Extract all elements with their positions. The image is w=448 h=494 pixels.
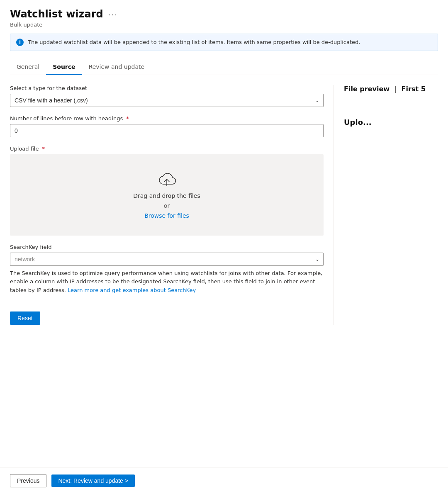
searchkey-field-group: SearchKey field network ⌄ The SearchKey …: [10, 244, 324, 295]
form-panel: Select a type for the dataset CSV file w…: [10, 85, 334, 325]
next-button[interactable]: Next: Review and update >: [51, 475, 135, 487]
info-banner-text: The updated watchlist data will be appen…: [28, 38, 360, 46]
cloud-upload-icon: [157, 171, 177, 187]
tab-source[interactable]: Source: [46, 59, 82, 75]
dataset-type-label: Select a type for the dataset: [10, 85, 324, 91]
previous-button[interactable]: Previous: [10, 474, 46, 487]
tab-general[interactable]: General: [10, 59, 46, 75]
drag-drop-text: Drag and drop the files: [133, 192, 200, 199]
info-icon: i: [16, 39, 24, 46]
content-area: Select a type for the dataset CSV file w…: [10, 85, 438, 325]
reset-button[interactable]: Reset: [10, 311, 40, 325]
tabs-row: General Source Review and update: [10, 59, 438, 75]
page-subtitle: Bulk update: [10, 22, 438, 28]
lines-before-heading-label: Number of lines before row with headings…: [10, 115, 324, 122]
learn-more-link[interactable]: Learn more and get examples about Search…: [68, 287, 196, 293]
searchkey-description: The SearchKey is used to optimize query …: [10, 269, 324, 295]
dataset-type-select[interactable]: CSV file with a header (.csv)CSV file wi…: [10, 94, 324, 107]
upload-file-label: Upload file *: [10, 146, 324, 152]
preview-panel: File preview | First 5 Uplo...: [334, 85, 438, 325]
upload-required-marker: *: [40, 146, 45, 152]
or-text: or: [164, 202, 170, 209]
more-options-icon[interactable]: ···: [108, 10, 118, 19]
searchkey-label: SearchKey field: [10, 244, 324, 250]
upload-panel-text: Uplo...: [344, 118, 438, 127]
bottom-nav: Previous Next: Review and update >: [0, 467, 448, 494]
page-title: Watchlist wizard: [10, 8, 103, 20]
preview-title: File preview | First 5: [344, 85, 438, 93]
dataset-type-select-wrapper: CSV file with a header (.csv)CSV file wi…: [10, 94, 324, 107]
info-banner: i The updated watchlist data will be app…: [10, 34, 438, 51]
required-marker: *: [124, 115, 129, 122]
searchkey-select[interactable]: network: [10, 253, 324, 266]
lines-before-heading-input[interactable]: [10, 124, 324, 137]
browse-files-link[interactable]: Browse for files: [144, 212, 189, 219]
lines-before-heading-group: Number of lines before row with headings…: [10, 115, 324, 137]
dataset-type-group: Select a type for the dataset CSV file w…: [10, 85, 324, 107]
tab-review[interactable]: Review and update: [82, 59, 151, 75]
preview-separator: |: [394, 85, 397, 93]
upload-zone[interactable]: Drag and drop the files or Browse for fi…: [10, 154, 324, 236]
searchkey-select-wrapper: network ⌄: [10, 253, 324, 266]
preview-first-label: First 5: [402, 85, 426, 93]
upload-file-group: Upload file * Drag and drop the files or…: [10, 146, 324, 236]
